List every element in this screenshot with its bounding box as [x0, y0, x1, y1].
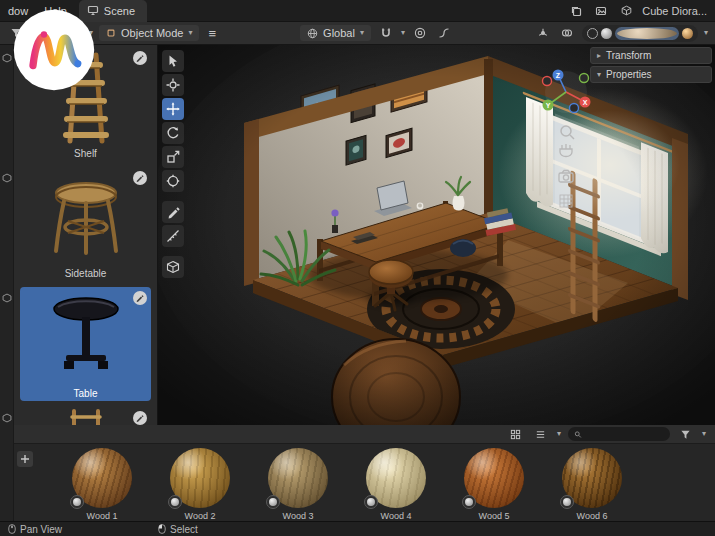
proportional-edit-icon[interactable] — [411, 24, 429, 42]
material-sphere[interactable] — [170, 448, 230, 508]
material-type-icon — [70, 495, 84, 509]
gizmo-z-label: Z — [556, 72, 561, 79]
shading-material-icon — [617, 28, 677, 39]
transform-tool[interactable] — [162, 170, 184, 192]
scale-tool[interactable] — [162, 146, 184, 168]
list-view-icon[interactable] — [532, 425, 550, 443]
asset-item-chair[interactable] — [20, 407, 151, 425]
overlays-icon[interactable] — [558, 24, 576, 42]
material-label: Wood 3 — [268, 511, 328, 521]
grid-view-icon[interactable] — [507, 425, 525, 443]
viewport-header: ▾ ▾ Object Mode ▾ ≡ Global ▾ ▾ — [0, 22, 715, 45]
menus-hamburger-icon[interactable]: ≡ — [205, 26, 219, 41]
mode-dropdown[interactable]: Object Mode ▾ — [99, 25, 199, 41]
material-item[interactable]: Wood 3 — [268, 448, 328, 521]
select-box-tool[interactable] — [162, 50, 184, 72]
snap-magnet-icon[interactable] — [377, 24, 395, 42]
status-bar: Pan View Select — [0, 521, 715, 536]
watermark-logo — [12, 8, 96, 92]
edit-asset-icon[interactable] — [133, 51, 147, 65]
asset-item-sidetable[interactable]: Sidetable — [20, 167, 151, 281]
status-pan-label: Pan View — [20, 524, 62, 535]
gizmo-x-label: X — [583, 99, 588, 106]
material-type-icon — [462, 495, 476, 509]
scene-tab-label: Scene — [104, 5, 135, 17]
snap-caret-icon[interactable]: ▾ — [401, 29, 405, 37]
annotate-tool[interactable] — [162, 201, 184, 223]
properties-panel-header[interactable]: ▾ Properties — [590, 66, 712, 83]
material-label: Wood 6 — [562, 511, 622, 521]
edit-asset-icon[interactable] — [133, 171, 147, 185]
shading-material-active[interactable] — [615, 27, 679, 40]
asset-shelf-header: ▾ ▾ — [14, 425, 715, 444]
asset-item-table[interactable]: Table — [20, 287, 151, 401]
material-type-icon — [364, 495, 378, 509]
material-label: Wood 2 — [170, 511, 230, 521]
rotate-tool[interactable] — [162, 122, 184, 144]
add-material-button[interactable] — [17, 451, 33, 467]
material-sphere[interactable] — [464, 448, 524, 508]
material-item[interactable]: Wood 5 — [464, 448, 524, 521]
add-cube-tool[interactable] — [162, 256, 184, 278]
material-label: Wood 4 — [366, 511, 426, 521]
image-icon[interactable] — [592, 2, 610, 20]
status-pan-view: Pan View — [8, 523, 62, 535]
material-item[interactable]: Wood 1 — [72, 448, 132, 521]
scene-cube-icon — [617, 2, 635, 20]
material-sphere[interactable] — [72, 448, 132, 508]
asset-sidebar: Shelf Sidetable — [14, 45, 157, 425]
show-gizmo-icon[interactable] — [534, 24, 552, 42]
filter-icon[interactable] — [677, 425, 695, 443]
orientation-dropdown[interactable]: Global ▾ — [300, 25, 371, 41]
material-list: Wood 1 Wood 2 Wood 3 Wood 4 — [14, 444, 715, 521]
search-input[interactable] — [586, 429, 664, 440]
object-type-icon — [2, 293, 12, 303]
shading-solid-icon[interactable] — [601, 28, 612, 39]
material-item[interactable]: Wood 6 — [562, 448, 622, 521]
measure-tool[interactable] — [162, 225, 184, 247]
transform-panel-header[interactable]: ▸ Transform — [590, 47, 712, 64]
object-type-icon — [2, 53, 12, 63]
mode-label: Object Mode — [121, 27, 183, 39]
material-sphere[interactable] — [562, 448, 622, 508]
material-sphere[interactable] — [366, 448, 426, 508]
edit-asset-icon[interactable] — [133, 411, 147, 425]
properties-panel-label: Properties — [606, 69, 652, 80]
chevron-down-icon: ▾ — [597, 71, 601, 79]
move-tool[interactable] — [162, 98, 184, 120]
object-type-icon — [2, 413, 12, 423]
copy-icon[interactable] — [567, 2, 585, 20]
material-label: Wood 5 — [464, 511, 524, 521]
scene-name[interactable]: Cube Diora... — [642, 5, 707, 17]
orientation-label: Global — [323, 27, 355, 39]
shading-wireframe-icon[interactable] — [587, 28, 598, 39]
sidetable-thumbnail — [20, 167, 151, 267]
asset-label: Shelf — [20, 147, 151, 161]
status-select: Select — [158, 523, 198, 535]
cursor-tool[interactable] — [162, 74, 184, 96]
transform-panel-label: Transform — [606, 50, 651, 61]
topbar-right: Cube Diora... — [567, 2, 715, 20]
filter-caret-icon[interactable]: ▾ — [702, 430, 706, 438]
tool-column — [162, 50, 184, 278]
shading-caret-icon[interactable]: ▾ — [704, 29, 708, 37]
asset-search[interactable] — [568, 427, 670, 441]
shading-rendered-icon[interactable] — [682, 28, 693, 39]
material-type-icon — [266, 495, 280, 509]
chevron-right-icon: ▸ — [597, 52, 601, 60]
mouse-left-icon — [158, 523, 166, 535]
gizmo-y-label: Y — [546, 102, 551, 109]
material-sphere[interactable] — [268, 448, 328, 508]
display-caret-icon[interactable]: ▾ — [557, 430, 561, 438]
material-asset-shelf: ▾ ▾ Wood 1 Wood 2 — [14, 425, 715, 521]
table-thumbnail — [20, 287, 151, 387]
viewport-3d[interactable]: Z X Y — [157, 45, 715, 425]
material-item[interactable]: Wood 4 — [366, 448, 426, 521]
edit-asset-icon[interactable] — [133, 291, 147, 305]
falloff-icon[interactable] — [435, 24, 453, 42]
material-item[interactable]: Wood 2 — [170, 448, 230, 521]
material-type-icon — [560, 495, 574, 509]
viewport-render[interactable]: Z X Y — [158, 45, 715, 425]
search-icon — [574, 430, 582, 439]
mode-caret-icon: ▾ — [188, 29, 192, 37]
